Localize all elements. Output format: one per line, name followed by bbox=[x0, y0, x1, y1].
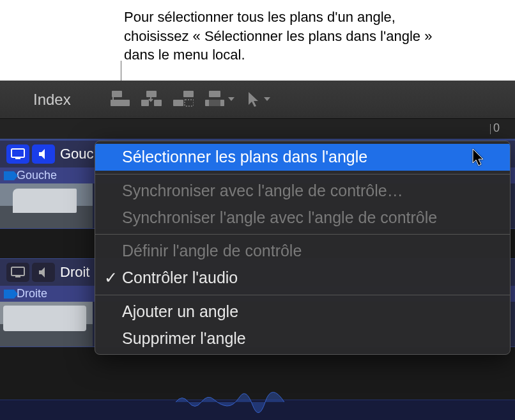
ruler-value: 0 bbox=[493, 121, 500, 135]
svg-rect-5 bbox=[154, 100, 162, 106]
cursor-icon bbox=[472, 148, 486, 173]
clip-label: Droite bbox=[17, 287, 47, 300]
svg-rect-7 bbox=[173, 100, 183, 106]
menu-separator bbox=[95, 174, 510, 175]
svg-rect-2 bbox=[112, 97, 114, 100]
svg-rect-11 bbox=[209, 100, 220, 106]
svg-rect-8 bbox=[185, 100, 194, 106]
svg-rect-0 bbox=[112, 91, 122, 97]
menu-monitor-audio[interactable]: ✓ Contrôler l'audio bbox=[95, 265, 510, 292]
svg-rect-3 bbox=[146, 91, 157, 97]
svg-rect-12 bbox=[12, 149, 24, 157]
video-monitor-icon[interactable] bbox=[6, 263, 29, 282]
menu-add-angle[interactable]: Ajouter un angle bbox=[95, 299, 510, 325]
menu-item-label: Sélectionner les plans dans l'angle bbox=[122, 148, 367, 166]
insert-clip-icon[interactable] bbox=[141, 89, 162, 110]
audio-monitor-icon[interactable] bbox=[32, 263, 55, 282]
svg-rect-14 bbox=[12, 267, 24, 276]
svg-rect-1 bbox=[111, 100, 130, 106]
instruction-text: Pour sélectionner tous les plans d'un an… bbox=[124, 8, 456, 65]
menu-item-label: Contrôler l'audio bbox=[122, 268, 238, 286]
svg-rect-9 bbox=[209, 91, 220, 97]
video-thumbnail bbox=[0, 302, 93, 346]
menu-separator bbox=[95, 234, 510, 235]
menu-sync-to-control-angle: Synchroniser avec l'angle de contrôle… bbox=[95, 178, 510, 205]
svg-rect-4 bbox=[141, 100, 149, 106]
menu-delete-angle[interactable]: Supprimer l'angle bbox=[95, 325, 510, 352]
video-monitor-icon[interactable] bbox=[6, 144, 29, 164]
checkmark-icon: ✓ bbox=[104, 267, 118, 289]
append-clip-icon[interactable] bbox=[173, 89, 194, 110]
menu-sync-angle-to-control: Synchroniser l'angle avec l'angle de con… bbox=[95, 205, 510, 231]
ruler-tick-mark bbox=[490, 124, 491, 134]
track-title: Gouc bbox=[60, 146, 94, 162]
audio-waveform bbox=[176, 391, 284, 414]
menu-set-control-angle: Définir l'angle de contrôle bbox=[95, 238, 510, 265]
svg-rect-13 bbox=[15, 157, 20, 159]
svg-rect-15 bbox=[15, 276, 20, 277]
overwrite-clip-dropdown[interactable] bbox=[205, 89, 234, 110]
track-title: Droit bbox=[60, 264, 89, 281]
audio-monitor-icon[interactable] bbox=[32, 144, 55, 164]
timeline-ruler[interactable]: 0 bbox=[0, 119, 515, 140]
clip-tag-icon bbox=[4, 290, 14, 299]
context-menu: Sélectionner les plans dans l'angle Sync… bbox=[95, 141, 511, 355]
video-thumbnail bbox=[0, 183, 93, 228]
menu-separator bbox=[95, 295, 510, 295]
clip-label: Gouche bbox=[17, 169, 57, 182]
toolbar: Index bbox=[0, 81, 515, 119]
index-button[interactable]: Index bbox=[0, 81, 107, 118]
tool-select-dropdown[interactable] bbox=[246, 89, 273, 110]
clip-tag-icon bbox=[4, 171, 14, 180]
menu-select-clips-in-angle[interactable]: Sélectionner les plans dans l'angle bbox=[95, 144, 510, 171]
connect-clip-icon[interactable] bbox=[111, 89, 130, 110]
svg-rect-6 bbox=[183, 91, 194, 97]
